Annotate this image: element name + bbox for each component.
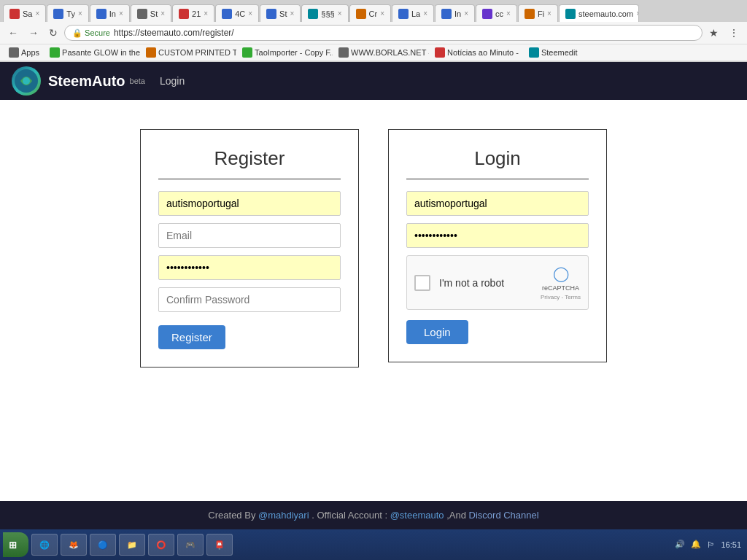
start-button[interactable]: ⊞	[3, 532, 28, 557]
footer-text-and: ,And	[446, 510, 466, 521]
tab-close[interactable]: ×	[290, 9, 294, 18]
bookmark-custom-printed[interactable]: CUSTOM PRINTED T...	[142, 46, 236, 59]
taskbar-app-button[interactable]: 🎮	[177, 534, 204, 556]
tab-cr[interactable]: Cr ×	[349, 4, 391, 22]
login-button[interactable]: Login	[406, 320, 468, 344]
address-bar[interactable]: 🔒 Secure https://steemauto.com/register/	[64, 25, 703, 41]
taskbar-mail-button[interactable]: 📮	[206, 534, 233, 556]
tab-ty[interactable]: Ty ×	[47, 4, 88, 22]
login-password-group	[406, 223, 589, 248]
tab-label: 4C	[235, 9, 245, 18]
recaptcha-widget[interactable]: I'm not a robot ◯ reCAPTCHA Privacy - Te…	[406, 255, 589, 310]
tab-close[interactable]: ×	[338, 9, 342, 18]
recaptcha-left: I'm not a robot	[414, 275, 504, 291]
tray-flag-icon: 🏳	[707, 540, 715, 549]
tab-close[interactable]: ×	[506, 9, 511, 18]
tab-fi[interactable]: Fi ×	[518, 4, 558, 22]
taskbar-opera-button[interactable]: ⭕	[148, 534, 174, 556]
tab-label: 21	[192, 9, 201, 18]
footer-account-link[interactable]: @steemauto	[390, 510, 444, 521]
recaptcha-logo-icon: ◯	[553, 265, 569, 282]
tab-cc[interactable]: cc ×	[476, 4, 517, 22]
tab-la[interactable]: La ×	[392, 4, 434, 22]
register-button[interactable]: Register	[158, 325, 225, 349]
bookmarks-bar: Apps Pasante GLOW in the... CUSTOM PRINT…	[0, 44, 747, 61]
tab-label: §§§	[321, 9, 334, 18]
tab-label: Fi	[538, 9, 544, 18]
tab-sa[interactable]: Sa ×	[3, 4, 46, 22]
tab-close[interactable]: ×	[636, 9, 639, 18]
tab-favicon	[96, 9, 107, 19]
browser-chrome: Sa × Ty × In × St × 21 × 4C ×	[0, 0, 747, 62]
clock-time: 16:51	[721, 540, 741, 550]
register-password-group	[158, 255, 341, 280]
bookmark-pasante[interactable]: Pasante GLOW in the...	[45, 46, 140, 59]
reload-button[interactable]: ↻	[45, 26, 61, 40]
tab-favicon	[565, 9, 576, 19]
tab-in2[interactable]: In ×	[435, 4, 475, 22]
register-confirm-password-input[interactable]	[158, 287, 341, 312]
tab-4c[interactable]: 4C ×	[215, 4, 259, 22]
footer-author-link[interactable]: @mahdiyari	[258, 510, 309, 521]
tab-steemauto[interactable]: steemauto.com ×	[559, 4, 639, 22]
app-name: SteemAuto	[48, 73, 125, 90]
tab-label: Cr	[369, 9, 378, 18]
register-username-group	[158, 191, 341, 216]
tab-close[interactable]: ×	[160, 9, 165, 18]
lock-icon: 🔒 Secure	[72, 28, 110, 38]
bookmark-label: WWW.BORLAS.NET -	[351, 48, 429, 57]
app-icon: 🎮	[185, 540, 196, 550]
tab-close[interactable]: ×	[204, 9, 208, 18]
tab-sss[interactable]: §§§ ×	[301, 4, 348, 22]
tab-close[interactable]: ×	[380, 9, 384, 18]
login-title: Login	[406, 147, 589, 179]
bookmark-label: Pasante GLOW in the...	[62, 48, 140, 57]
tab-close[interactable]: ×	[35, 9, 39, 18]
menu-button[interactable]: ⋮	[725, 26, 743, 40]
tab-close[interactable]: ×	[547, 9, 551, 18]
recaptcha-brand: reCAPTCHA	[542, 284, 579, 292]
bookmark-apps[interactable]: Apps	[4, 46, 44, 59]
login-password-input[interactable]	[406, 223, 589, 248]
tab-st2[interactable]: St ×	[260, 4, 301, 22]
tab-21[interactable]: 21 ×	[172, 4, 214, 22]
login-username-input[interactable]	[406, 191, 589, 216]
tab-close[interactable]: ×	[119, 9, 123, 18]
tab-close[interactable]: ×	[464, 9, 468, 18]
bookmark-noticias[interactable]: Notícias ao Minuto -	[430, 46, 523, 59]
recaptcha-right: ◯ reCAPTCHA Privacy - Terms	[541, 265, 581, 300]
tab-favicon	[441, 9, 452, 19]
taskbar-folder-button[interactable]: 📁	[119, 534, 145, 556]
tab-close[interactable]: ×	[78, 9, 82, 18]
bookmark-label: TaoImporter - Copy F...	[255, 48, 333, 57]
recaptcha-label: I'm not a robot	[439, 277, 504, 289]
forward-button[interactable]: →	[25, 26, 42, 40]
tab-in[interactable]: In ×	[90, 4, 130, 22]
tab-favicon	[9, 9, 20, 19]
register-password-input[interactable]	[158, 255, 341, 280]
bookmark-favicon	[146, 47, 156, 58]
taskbar-chrome-button[interactable]: 🌐	[31, 534, 58, 556]
taskbar-ie-button[interactable]: 🔵	[90, 534, 116, 556]
recaptcha-checkbox[interactable]	[414, 275, 430, 291]
bookmark-steemedit[interactable]: Steemedit	[525, 46, 582, 59]
bookmark-taoimporter[interactable]: TaoImporter - Copy F...	[238, 46, 333, 59]
tab-close[interactable]: ×	[248, 9, 252, 18]
bookmark-star-button[interactable]: ★	[705, 26, 722, 40]
footer-discord-link[interactable]: Discord Channel	[469, 510, 539, 521]
register-username-input[interactable]	[158, 191, 341, 216]
windows-taskbar: ⊞ 🌐 🦊 🔵 📁 ⭕ 🎮 📮 🔊 🔔 🏳 16:51	[0, 529, 747, 560]
tab-label: steemauto.com	[578, 9, 633, 18]
nav-login-link[interactable]: Login	[160, 75, 185, 87]
ie-icon: 🔵	[98, 540, 108, 550]
svg-point-1	[23, 77, 30, 85]
register-email-input[interactable]	[158, 223, 341, 248]
tab-close[interactable]: ×	[423, 9, 427, 18]
bookmark-borlas[interactable]: WWW.BORLAS.NET -	[334, 46, 429, 59]
taskbar-firefox-button[interactable]: 🦊	[61, 534, 87, 556]
url-display: https://steemauto.com/register/	[114, 28, 694, 38]
tab-st[interactable]: St ×	[131, 4, 171, 22]
register-email-group	[158, 223, 341, 248]
app-logo	[12, 66, 41, 96]
back-button[interactable]: ←	[4, 26, 22, 40]
